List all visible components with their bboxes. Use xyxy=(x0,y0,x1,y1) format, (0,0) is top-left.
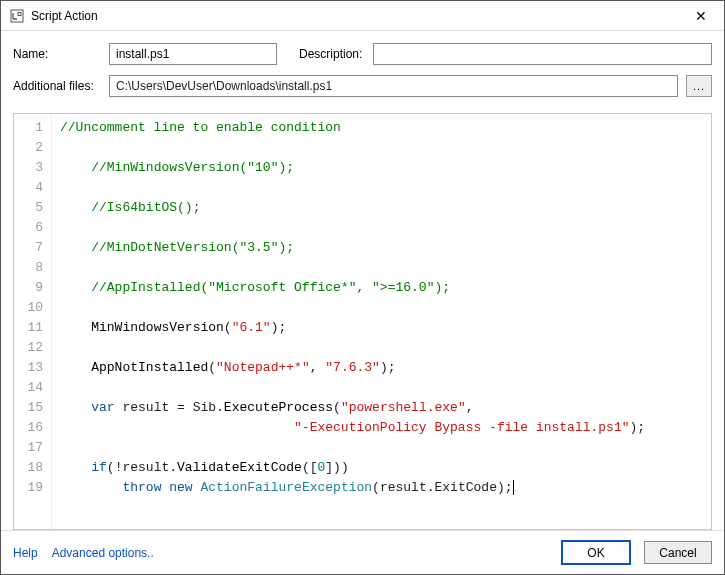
line-number: 13 xyxy=(14,358,43,378)
code-line[interactable] xyxy=(60,338,711,358)
dialog-footer: Help Advanced options.. OK Cancel xyxy=(1,530,724,574)
close-icon: ✕ xyxy=(695,8,707,24)
svg-rect-1 xyxy=(18,12,21,15)
code-line[interactable]: MinWindowsVersion("6.1"); xyxy=(60,318,711,338)
code-line[interactable] xyxy=(60,218,711,238)
additional-files-input[interactable] xyxy=(109,75,678,97)
text-caret xyxy=(513,480,514,495)
code-line[interactable]: //Is64bitOS(); xyxy=(60,198,711,218)
code-line[interactable]: //AppInstalled("Microsoft Office*", ">=1… xyxy=(60,278,711,298)
line-number: 2 xyxy=(14,138,43,158)
label-additional-files: Additional files: xyxy=(13,79,101,93)
browse-button[interactable]: ... xyxy=(686,75,712,97)
line-number: 17 xyxy=(14,438,43,458)
form-area: Name: Description: Additional files: ... xyxy=(1,31,724,105)
line-number: 14 xyxy=(14,378,43,398)
line-number: 9 xyxy=(14,278,43,298)
label-name: Name: xyxy=(13,47,101,61)
line-number: 16 xyxy=(14,418,43,438)
window-title: Script Action xyxy=(31,9,98,23)
code-editor[interactable]: 12345678910111213141516171819 //Uncommen… xyxy=(13,113,712,530)
dialog-window: Script Action ✕ Name: Description: Addit… xyxy=(0,0,725,575)
line-number: 15 xyxy=(14,398,43,418)
line-number: 4 xyxy=(14,178,43,198)
code-line[interactable]: "-ExecutionPolicy Bypass -file install.p… xyxy=(60,418,711,438)
code-line[interactable]: //MinWindowsVersion("10"); xyxy=(60,158,711,178)
code-line[interactable] xyxy=(60,138,711,158)
line-number: 10 xyxy=(14,298,43,318)
close-button[interactable]: ✕ xyxy=(678,1,724,31)
line-number: 19 xyxy=(14,478,43,498)
code-line[interactable] xyxy=(60,258,711,278)
line-number: 12 xyxy=(14,338,43,358)
line-number: 11 xyxy=(14,318,43,338)
label-description: Description: xyxy=(299,47,365,61)
line-number: 3 xyxy=(14,158,43,178)
line-number: 7 xyxy=(14,238,43,258)
description-input[interactable] xyxy=(373,43,712,65)
code-line[interactable] xyxy=(60,378,711,398)
code-line[interactable]: //MinDotNetVersion("3.5"); xyxy=(60,238,711,258)
code-line[interactable]: var result = Sib.ExecuteProcess("powersh… xyxy=(60,398,711,418)
code-line[interactable]: throw new ActionFailureException(result.… xyxy=(60,478,711,498)
code-line[interactable] xyxy=(60,178,711,198)
code-line[interactable]: AppNotInstalled("Notepad++*", "7.6.3"); xyxy=(60,358,711,378)
app-icon xyxy=(9,8,25,24)
name-input[interactable] xyxy=(109,43,277,65)
help-link[interactable]: Help xyxy=(13,546,38,560)
titlebar: Script Action ✕ xyxy=(1,1,724,31)
line-number: 8 xyxy=(14,258,43,278)
code-content[interactable]: //Uncomment line to enable condition //M… xyxy=(52,114,711,529)
code-line[interactable]: if(!result.ValidateExitCode([0])) xyxy=(60,458,711,478)
ok-button[interactable]: OK xyxy=(562,541,630,564)
line-number: 5 xyxy=(14,198,43,218)
line-number-gutter: 12345678910111213141516171819 xyxy=(14,114,52,529)
line-number: 18 xyxy=(14,458,43,478)
advanced-options-link[interactable]: Advanced options.. xyxy=(52,546,154,560)
line-number: 1 xyxy=(14,118,43,138)
code-line[interactable] xyxy=(60,298,711,318)
code-line[interactable]: //Uncomment line to enable condition xyxy=(60,118,711,138)
cancel-button[interactable]: Cancel xyxy=(644,541,712,564)
ellipsis-icon: ... xyxy=(693,80,705,92)
line-number: 6 xyxy=(14,218,43,238)
code-line[interactable] xyxy=(60,438,711,458)
